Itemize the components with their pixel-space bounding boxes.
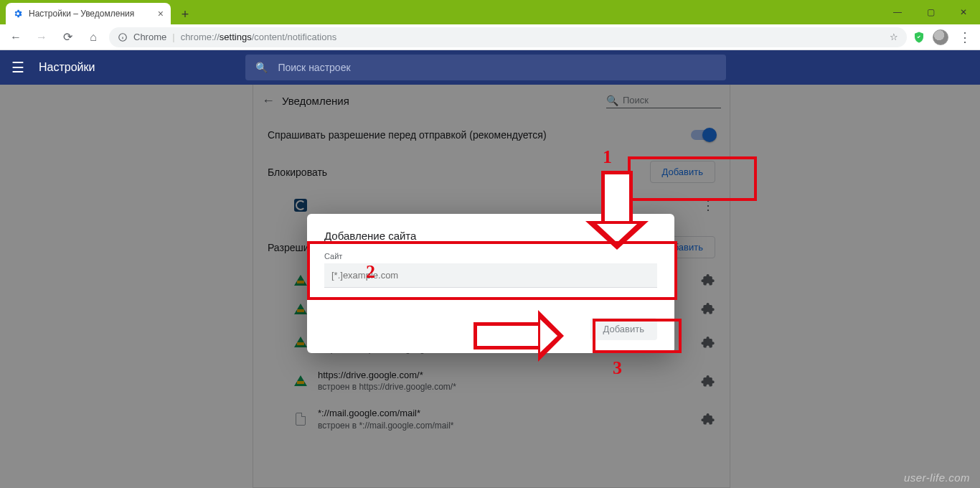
- gear-icon: [13, 9, 23, 19]
- omnibox-url: chrome://settings/content/notifications: [181, 32, 884, 42]
- window-maximize[interactable]: ▢: [914, 0, 947, 24]
- tab-title: Настройки – Уведомления: [29, 9, 154, 19]
- bookmark-star-icon[interactable]: ☆: [890, 32, 898, 42]
- add-site-dialog: Добавление сайта Сайт Отмена Добавить: [307, 214, 674, 353]
- info-icon: [118, 32, 128, 42]
- omnibox-secure-label: Chrome: [133, 32, 166, 42]
- window-controls: — ▢ ✕: [881, 0, 980, 24]
- window-minimize[interactable]: —: [881, 0, 914, 24]
- nav-home-icon[interactable]: ⌂: [83, 27, 103, 47]
- profile-avatar[interactable]: [933, 29, 948, 45]
- address-bar: ← → ⟳ ⌂ Chrome | chrome://settings/conte…: [0, 24, 980, 50]
- nav-forward-icon[interactable]: →: [32, 27, 52, 47]
- watermark: user-life.com: [904, 471, 970, 484]
- window-close[interactable]: ✕: [947, 0, 980, 24]
- settings-search[interactable]: 🔍 Поиск настроек: [245, 55, 726, 80]
- new-tab-button[interactable]: +: [175, 4, 195, 24]
- tab-close-icon[interactable]: ×: [158, 8, 164, 19]
- hamburger-icon[interactable]: ☰: [11, 59, 24, 76]
- settings-search-placeholder: Поиск настроек: [278, 62, 350, 73]
- nav-back-icon[interactable]: ←: [6, 27, 26, 47]
- page-body: ← Уведомления 🔍 Поиск Спрашивать разреше…: [0, 85, 980, 488]
- site-url-input[interactable]: [324, 263, 657, 288]
- browser-menu-icon[interactable]: ⋮: [956, 29, 974, 45]
- search-icon: 🔍: [255, 62, 268, 73]
- dialog-title: Добавление сайта: [324, 230, 657, 242]
- browser-tab[interactable]: Настройки – Уведомления ×: [6, 3, 171, 24]
- nav-reload-icon[interactable]: ⟳: [57, 27, 77, 47]
- settings-topbar: ☰ Настройки 🔍 Поиск настроек: [0, 50, 980, 85]
- omnibox[interactable]: Chrome | chrome://settings/content/notif…: [109, 27, 907, 47]
- dialog-field-label: Сайт: [324, 252, 657, 261]
- dialog-confirm-button[interactable]: Добавить: [590, 318, 657, 340]
- extension-shield-icon[interactable]: [913, 31, 925, 44]
- window-titlebar: Настройки – Уведомления × + — ▢ ✕: [0, 0, 980, 24]
- settings-title: Настройки: [39, 61, 95, 74]
